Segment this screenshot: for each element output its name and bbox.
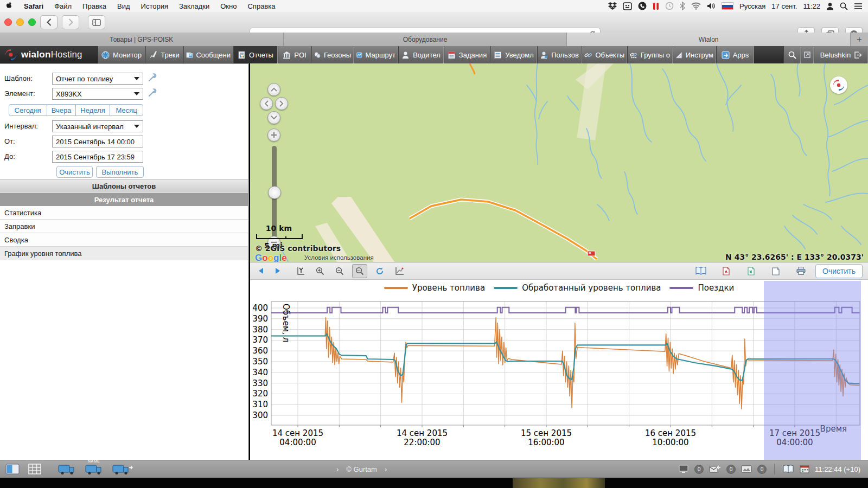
range-yesterday-button[interactable]: Вчера bbox=[47, 104, 76, 116]
back-button[interactable] bbox=[40, 15, 58, 29]
pan-up-button[interactable] bbox=[267, 83, 280, 96]
collapse-right-chevron[interactable]: › bbox=[385, 465, 387, 473]
unit-select[interactable]: X893KX bbox=[52, 88, 143, 100]
dropbox-icon[interactable] bbox=[608, 2, 617, 10]
template-select[interactable]: Отчет по топливу bbox=[52, 73, 143, 85]
monitoring-panel-button[interactable] bbox=[58, 463, 77, 475]
russian-flag-icon[interactable] bbox=[722, 2, 733, 10]
layout-columns-button[interactable] bbox=[5, 464, 20, 474]
calendar-icon[interactable] bbox=[800, 465, 809, 473]
pause-indicator-icon[interactable] bbox=[653, 2, 659, 10]
report-view-button[interactable] bbox=[694, 265, 708, 278]
time-machine-icon[interactable] bbox=[665, 2, 674, 10]
map-view[interactable]: 10 km 5 mi © 2GIS contributors Google Ус… bbox=[250, 63, 868, 262]
chart-settings-button[interactable] bbox=[392, 265, 406, 278]
user-menu-icon[interactable] bbox=[826, 2, 834, 10]
nav-user-button[interactable]: Belushkin bbox=[814, 46, 868, 63]
range-today-button[interactable]: Сегодня bbox=[9, 104, 47, 116]
nav-tab-reports[interactable]: Отчеты bbox=[233, 46, 278, 63]
section-report-result[interactable]: Результат отчета bbox=[0, 193, 248, 206]
tab-equipment[interactable]: Оборудование bbox=[284, 33, 567, 46]
unit-settings-wrench-icon[interactable] bbox=[148, 88, 157, 99]
chart-zoom-in-button[interactable] bbox=[313, 265, 327, 278]
pan-right-button[interactable] bbox=[275, 97, 288, 110]
menu-safari[interactable]: Safari bbox=[18, 2, 49, 10]
nav-popup-window-button[interactable] bbox=[801, 46, 814, 63]
unit-name-panel-button[interactable]: NAME bbox=[85, 463, 104, 475]
new-tab-button[interactable]: + bbox=[851, 33, 868, 46]
zoom-slider-handle[interactable] bbox=[268, 186, 281, 199]
nav-tab-routes[interactable]: Маршрут bbox=[354, 46, 398, 63]
menu-window[interactable]: Окно bbox=[215, 2, 242, 10]
wifi-icon[interactable] bbox=[691, 2, 701, 10]
chart-zoom-out-button[interactable] bbox=[333, 265, 347, 278]
export-pdf-button[interactable] bbox=[719, 265, 733, 278]
minimize-window-button[interactable] bbox=[16, 18, 24, 26]
clear-report-button[interactable]: Очистить bbox=[56, 166, 93, 178]
menu-date[interactable]: 17 сент. bbox=[771, 2, 797, 10]
menu-history[interactable]: История bbox=[136, 2, 174, 10]
nav-tab-drivers[interactable]: Водител bbox=[398, 46, 444, 63]
section-report-templates[interactable]: Шаблоны отчетов bbox=[0, 179, 248, 192]
forward-button[interactable] bbox=[62, 15, 79, 29]
range-week-button[interactable]: Неделя bbox=[75, 104, 110, 116]
chart-zoom-select-button[interactable] bbox=[352, 264, 367, 278]
nav-tab-tools[interactable]: Инструм bbox=[673, 46, 716, 63]
pan-down-button[interactable] bbox=[267, 111, 280, 124]
result-item-fillings[interactable]: Заправки bbox=[0, 220, 248, 233]
template-settings-wrench-icon[interactable] bbox=[148, 73, 157, 84]
sidebar-toggle-button[interactable] bbox=[88, 15, 105, 29]
from-date-input[interactable]: 2015 Сентябрь 14 00:00 bbox=[52, 136, 143, 147]
nav-search-button[interactable] bbox=[783, 46, 801, 63]
input-language-label[interactable]: Русская bbox=[739, 2, 765, 10]
chart-refresh-button[interactable] bbox=[373, 265, 387, 278]
notification-center-icon[interactable] bbox=[854, 3, 863, 10]
nav-tab-notifications[interactable]: Уведомл bbox=[490, 46, 537, 63]
chart-prev-page-button[interactable] bbox=[253, 265, 267, 278]
execute-report-button[interactable]: Выполнить bbox=[96, 166, 144, 178]
apple-menu-icon[interactable] bbox=[0, 1, 18, 11]
result-item-statistics[interactable]: Статистика bbox=[0, 206, 248, 220]
map-terms-link[interactable]: Условия использования bbox=[304, 254, 374, 261]
monitor-notifications-icon[interactable] bbox=[678, 465, 689, 473]
zoom-window-button[interactable] bbox=[28, 18, 36, 26]
collapse-left-chevron[interactable]: › bbox=[336, 465, 339, 473]
vehicle-marker[interactable] bbox=[588, 251, 595, 256]
interval-select[interactable]: Указанный интервал bbox=[52, 120, 143, 132]
tab-gps-poisk[interactable]: Товары | GPS-POISK bbox=[0, 33, 284, 46]
chart-next-page-button[interactable] bbox=[271, 265, 285, 278]
media-notifications-icon[interactable] bbox=[741, 465, 752, 473]
volume-icon[interactable] bbox=[707, 2, 716, 10]
tab-wialon[interactable]: Wialon bbox=[567, 33, 851, 46]
input-source-icon[interactable] bbox=[623, 2, 632, 10]
nav-tab-messages[interactable]: Сообщени bbox=[183, 46, 233, 63]
log-book-icon[interactable] bbox=[782, 465, 794, 473]
result-item-summary[interactable]: Сводка bbox=[0, 233, 248, 247]
bluetooth-icon[interactable] bbox=[680, 2, 685, 10]
menu-view[interactable]: Вид bbox=[112, 2, 136, 10]
messages-notifications-icon[interactable] bbox=[709, 465, 721, 473]
result-item-fuel-chart[interactable]: График уровня топлива bbox=[0, 247, 248, 260]
menu-file[interactable]: Файл bbox=[49, 2, 77, 10]
range-month-button[interactable]: Месяц bbox=[110, 104, 143, 116]
nav-tab-poi[interactable]: POI bbox=[278, 46, 311, 63]
nav-tab-unit-groups[interactable]: Группы о bbox=[627, 46, 673, 63]
nav-tab-monitoring[interactable]: Монитор bbox=[98, 46, 145, 63]
close-window-button[interactable] bbox=[4, 18, 12, 26]
nav-tab-apps[interactable]: Apps bbox=[716, 46, 754, 63]
menu-clock[interactable]: 11:22 bbox=[803, 2, 820, 10]
pan-left-button[interactable] bbox=[260, 97, 273, 110]
menu-edit[interactable]: Правка bbox=[77, 2, 112, 10]
nav-tab-jobs[interactable]: Задания bbox=[444, 46, 490, 63]
follow-unit-button[interactable] bbox=[112, 463, 133, 475]
spotlight-icon[interactable] bbox=[840, 2, 848, 10]
chart-clear-button[interactable]: Очистить bbox=[815, 264, 863, 278]
export-excel-button[interactable] bbox=[744, 265, 758, 278]
new-report-button[interactable] bbox=[769, 265, 783, 278]
nav-tab-tracks[interactable]: Треки bbox=[145, 46, 183, 63]
nav-tab-geofences[interactable]: Геозоны bbox=[311, 46, 354, 63]
layout-grid-button[interactable] bbox=[28, 464, 41, 474]
zoom-in-map-button[interactable] bbox=[267, 129, 280, 142]
print-button[interactable] bbox=[794, 265, 808, 278]
menu-bookmarks[interactable]: Закладки bbox=[174, 2, 215, 10]
